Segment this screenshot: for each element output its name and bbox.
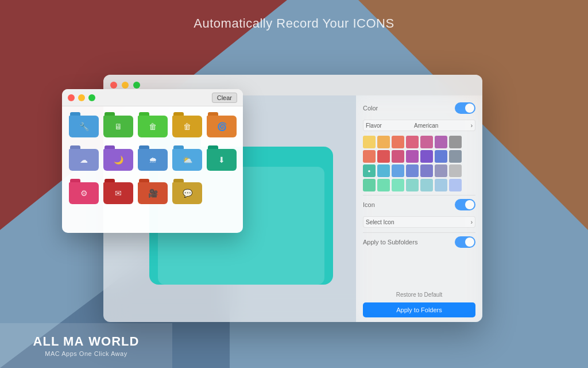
icon-grid: 🔧 🖥 🗑 🗑 🌀 ☁ 🌙 🌧	[62, 106, 243, 213]
swatch-powder-blue[interactable]	[435, 179, 447, 191]
swatch-indigo[interactable]	[420, 150, 433, 163]
list-item[interactable]: 🎥	[138, 179, 168, 208]
flavor-chevron-icon: ›	[471, 122, 473, 129]
restore-text[interactable]: Restore to Default	[356, 292, 482, 298]
swatch-blue-purple[interactable]	[420, 164, 433, 177]
watermark-text-part1: ALL MA	[33, 334, 84, 349]
list-item[interactable]: ⚙	[69, 179, 99, 208]
color-toggle[interactable]	[455, 102, 475, 114]
rain-icon: 🌧	[149, 155, 157, 164]
color-label: Color	[363, 105, 378, 112]
palette-row-3	[363, 164, 475, 177]
list-item[interactable]: 🔧	[69, 112, 99, 141]
download-icon: ⬇	[218, 155, 225, 164]
settings-panel: Color Flavor American ›	[356, 95, 482, 322]
flavor-select[interactable]: Flavor American ›	[363, 120, 475, 131]
swatch-seafoam[interactable]	[392, 179, 404, 191]
palette-row-1	[363, 136, 475, 148]
swatch-red[interactable]	[377, 150, 390, 163]
swatch-slate[interactable]	[449, 150, 462, 163]
tools-icon: 🔧	[79, 122, 89, 131]
popup-tl-close[interactable]	[68, 94, 75, 101]
computer-icon: 🖥	[114, 122, 122, 131]
popup-titlebar: Clear	[62, 89, 243, 106]
traffic-light-fullscreen[interactable]	[133, 82, 140, 89]
list-item[interactable]: ⬇	[207, 145, 237, 174]
watermark: ALL MA WORLD MAC Apps One Click Away	[0, 323, 172, 368]
swatch-sky[interactable]	[377, 164, 390, 177]
icon-setting-row: Icon	[363, 199, 475, 210]
watermark-subtitle: MAC Apps One Click Away	[45, 350, 127, 357]
message-icon: 💬	[183, 189, 192, 198]
list-item[interactable]: ⛅	[172, 145, 202, 174]
swatch-mint[interactable]	[377, 179, 390, 191]
icon-label: Icon	[363, 201, 375, 208]
palette-row-2	[363, 150, 475, 163]
swatch-cyan[interactable]	[420, 179, 433, 191]
swatch-red-orange[interactable]	[392, 136, 404, 148]
color-setting-row: Color	[363, 102, 475, 114]
popup-tl-minimize[interactable]	[78, 94, 85, 101]
palette-row-4	[363, 179, 475, 191]
popup-window: Clear 🔧 🖥 🗑 🗑 🌀 ☁ 🌙	[62, 89, 243, 233]
swatch-purple[interactable]	[435, 136, 447, 148]
swatch-gray[interactable]	[449, 136, 462, 148]
list-item[interactable]: ☁	[69, 145, 99, 174]
mail-icon: ✉	[115, 189, 122, 198]
trash2-icon: 🗑	[183, 122, 191, 131]
swatch-coral[interactable]	[363, 150, 376, 163]
swatch-lavender[interactable]	[435, 164, 447, 177]
video-icon: 🎥	[148, 189, 158, 198]
trash-icon: 🗑	[149, 122, 157, 131]
select-icon-chevron: ›	[471, 219, 473, 225]
watermark-title: ALL MA WORLD	[33, 334, 140, 349]
swatch-crimson[interactable]	[392, 150, 404, 163]
gear-icon: ⚙	[80, 189, 88, 198]
list-item[interactable]: 🗑	[172, 112, 202, 141]
swatch-pink[interactable]	[420, 136, 433, 148]
list-item[interactable]: 🌧	[138, 145, 168, 174]
swatch-light-blue[interactable]	[392, 164, 404, 177]
swatch-yellow[interactable]	[363, 136, 376, 148]
swatch-red-pink[interactable]	[406, 136, 419, 148]
list-item[interactable]: 💬	[172, 179, 202, 208]
select-icon-input[interactable]: Select Icon ›	[363, 216, 475, 228]
list-item[interactable]: ✉	[103, 179, 133, 208]
hurricane-icon: 🌀	[217, 122, 227, 131]
list-item[interactable]: 🌀	[207, 112, 237, 141]
select-icon-label: Select Icon	[366, 219, 394, 225]
flavor-label: Flavor	[366, 122, 382, 129]
swatch-silver[interactable]	[449, 164, 462, 177]
swatch-green[interactable]	[363, 179, 376, 191]
cloud-icon: ☁	[80, 155, 88, 164]
divider-1	[363, 195, 475, 195]
apply-button[interactable]: Apply to Folders	[363, 302, 475, 317]
cloud2-icon: ⛅	[183, 155, 192, 164]
subfolders-toggle[interactable]	[455, 236, 475, 248]
swatch-blue[interactable]	[435, 150, 447, 163]
swatch-orange[interactable]	[377, 136, 390, 148]
swatch-medium-blue[interactable]	[406, 164, 419, 177]
flavor-value: American	[414, 122, 438, 129]
list-item[interactable]: 🌙	[103, 145, 133, 174]
traffic-light-close[interactable]	[110, 82, 117, 89]
moon-icon: 🌙	[114, 155, 123, 164]
list-item[interactable]: 🖥	[103, 112, 133, 141]
icon-toggle[interactable]	[455, 199, 475, 210]
clear-button[interactable]: Clear	[212, 93, 237, 103]
list-item[interactable]: 🗑	[138, 112, 168, 141]
traffic-light-minimize[interactable]	[122, 82, 129, 89]
swatch-periwinkle[interactable]	[449, 179, 462, 191]
subfolders-label: Apply to Subfolders	[363, 239, 417, 246]
swatch-violet[interactable]	[406, 150, 419, 163]
divider-2	[363, 232, 475, 233]
headline: Automatically Record Your ICONS	[0, 16, 588, 31]
watermark-text-part2: WORLD	[88, 334, 139, 349]
swatch-aqua[interactable]	[406, 179, 419, 191]
swatch-teal[interactable]	[363, 164, 376, 177]
popup-tl-fullscreen[interactable]	[88, 94, 95, 101]
subfolders-row: Apply to Subfolders	[363, 236, 475, 248]
